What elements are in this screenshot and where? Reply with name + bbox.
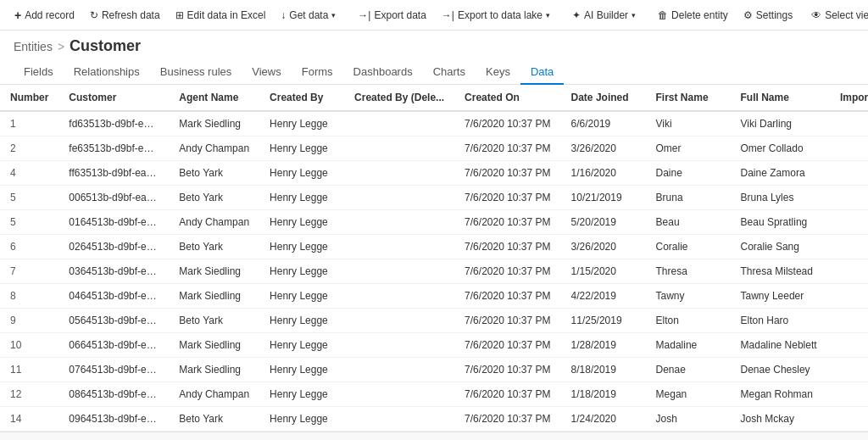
tab-data[interactable]: Data <box>520 60 564 85</box>
table-cell-2: Beto Yark <box>169 235 259 259</box>
table-cell-2: Mark Siedling <box>169 111 259 136</box>
table-row[interactable]: 50164513b-d9bf-ea1...Andy ChampanHenry L… <box>0 210 868 235</box>
table-cell-2: Andy Champan <box>169 136 259 161</box>
select-view-button[interactable]: 👁 Select view ▾ <box>805 7 868 24</box>
col-header-created-by[interactable]: Created By <box>259 85 344 111</box>
table-cell-1: 0564513b-d9bf-ea1... <box>58 309 169 333</box>
settings-button[interactable]: ⚙ Settings <box>737 7 798 24</box>
export-data-label: Export data <box>374 9 426 21</box>
table-cell-3: Henry Legge <box>259 333 344 358</box>
table-cell-4 <box>344 136 454 161</box>
table-cell-4 <box>344 284 454 309</box>
table-cell-1: 0964513b-d9bf-ea1... <box>58 407 169 432</box>
col-header-created-on[interactable]: Created On <box>454 85 560 111</box>
table-cell-6: 1/15/2020 <box>561 259 646 284</box>
chevron-down-icon-2: ▾ <box>546 11 550 19</box>
col-header-agent-name[interactable]: Agent Name <box>169 85 259 111</box>
export-lake-icon: →| <box>442 9 454 21</box>
table-cell-7: Josh <box>646 407 731 432</box>
table-cell-8: Coralie Sang <box>731 235 830 259</box>
table-cell-7: Madaline <box>646 333 731 358</box>
table-cell-1: 0864513b-d9bf-ea1... <box>58 382 169 407</box>
table-cell-6: 1/28/2019 <box>561 333 646 358</box>
table-cell-5: 7/6/2020 10:37 PM <box>454 235 560 259</box>
col-header-date-joined[interactable]: Date Joined <box>561 85 646 111</box>
refresh-data-label: Refresh data <box>102 9 160 21</box>
table-row[interactable]: 100664513b-d9bf-ea1...Mark SiedlingHenry… <box>0 333 868 358</box>
table-cell-2: Mark Siedling <box>169 333 259 358</box>
table-cell-3: Henry Legge <box>259 161 344 186</box>
table-cell-7: Tawny <box>646 284 731 309</box>
data-table-container[interactable]: Number Customer Agent Name Created By Cr… <box>0 85 868 432</box>
table-cell-0: 6 <box>0 235 58 259</box>
breadcrumb-entities[interactable]: Entities <box>14 40 53 53</box>
table-cell-5: 7/6/2020 10:37 PM <box>454 161 560 186</box>
table-cell-0: 5 <box>0 210 58 235</box>
refresh-data-button[interactable]: ↻ Refresh data <box>84 7 166 24</box>
table-cell-5: 7/6/2020 10:37 PM <box>454 111 560 136</box>
table-cell-2: Beto Yark <box>169 407 259 432</box>
table-cell-9 <box>830 358 868 382</box>
eye-icon: 👁 <box>811 9 821 21</box>
delete-entity-button[interactable]: 🗑 Delete entity <box>652 7 734 24</box>
table-cell-0: 10 <box>0 333 58 358</box>
table-row[interactable]: 90564513b-d9bf-ea1...Beto YarkHenry Legg… <box>0 309 868 333</box>
table-row[interactable]: 1fd63513b-d9bf-ea11...Mark SiedlingHenry… <box>0 111 868 136</box>
tab-business-rules[interactable]: Business rules <box>150 60 242 85</box>
col-header-created-by-dele[interactable]: Created By (Dele... <box>344 85 454 111</box>
col-header-full-name[interactable]: Full Name <box>731 85 830 111</box>
tab-forms[interactable]: Forms <box>292 60 343 85</box>
export-data-button[interactable]: →| Export data <box>352 7 432 24</box>
get-data-button[interactable]: ↓ Get data ▾ <box>275 7 342 24</box>
table-row[interactable]: 120864513b-d9bf-ea1...Andy ChampanHenry … <box>0 382 868 407</box>
table-cell-0: 9 <box>0 309 58 333</box>
table-row[interactable]: 4ff63513b-d9bf-ea11-...Beto YarkHenry Le… <box>0 161 868 186</box>
table-cell-9 <box>830 111 868 136</box>
table-cell-8: Viki Darling <box>731 111 830 136</box>
col-header-import-seq[interactable]: Import Sequenc... <box>830 85 868 111</box>
tab-fields[interactable]: Fields <box>14 60 64 85</box>
table-cell-7: Coralie <box>646 235 731 259</box>
table-row[interactable]: 80464513b-d9bf-ea1...Mark SiedlingHenry … <box>0 284 868 309</box>
table-row[interactable]: 5006513b-d9bf-ea1...Beto YarkHenry Legge… <box>0 186 868 210</box>
export-lake-button[interactable]: →| Export to data lake ▾ <box>436 7 556 24</box>
tab-charts[interactable]: Charts <box>423 60 476 85</box>
table-cell-6: 3/26/2020 <box>561 136 646 161</box>
table-cell-4 <box>344 235 454 259</box>
table-row[interactable]: 70364513b-d9bf-ea1...Mark SiedlingHenry … <box>0 259 868 284</box>
table-cell-1: 0464513b-d9bf-ea1... <box>58 284 169 309</box>
add-record-label: Add record <box>25 9 75 21</box>
table-cell-7: Megan <box>646 382 731 407</box>
table-cell-3: Henry Legge <box>259 235 344 259</box>
edit-excel-button[interactable]: ⊞ Edit data in Excel <box>170 7 272 24</box>
table-cell-4 <box>344 161 454 186</box>
table-row[interactable]: 2fe63513b-d9bf-ea11...Andy ChampanHenry … <box>0 136 868 161</box>
nav-tabs: Fields Relationships Business rules View… <box>0 60 868 85</box>
col-header-customer[interactable]: Customer <box>58 85 169 111</box>
tab-relationships[interactable]: Relationships <box>64 60 150 85</box>
table-cell-6: 4/22/2019 <box>561 284 646 309</box>
table-row[interactable]: 140964513b-d9bf-ea1...Beto YarkHenry Leg… <box>0 407 868 432</box>
tab-dashboards[interactable]: Dashboards <box>343 60 423 85</box>
delete-entity-label: Delete entity <box>671 9 728 21</box>
table-cell-4 <box>344 333 454 358</box>
table-cell-1: fd63513b-d9bf-ea11... <box>58 111 169 136</box>
table-cell-0: 5 <box>0 186 58 210</box>
table-cell-8: Josh Mckay <box>731 407 830 432</box>
table-cell-9 <box>830 284 868 309</box>
col-header-first-name[interactable]: First Name <box>646 85 731 111</box>
table-cell-9 <box>830 333 868 358</box>
table-row[interactable]: 110764513b-d9bf-ea1...Mark SiedlingHenry… <box>0 358 868 382</box>
table-cell-3: Henry Legge <box>259 284 344 309</box>
tab-keys[interactable]: Keys <box>476 60 520 85</box>
bottom-scroll-bar[interactable] <box>0 432 868 440</box>
get-data-label: Get data <box>289 9 328 21</box>
ai-builder-button[interactable]: ✦ AI Builder ▾ <box>566 7 642 24</box>
table-row[interactable]: 60264513b-d9bf-ea1...Beto YarkHenry Legg… <box>0 235 868 259</box>
table-cell-3: Henry Legge <box>259 358 344 382</box>
table-cell-0: 12 <box>0 382 58 407</box>
col-header-number[interactable]: Number <box>0 85 58 111</box>
data-table: Number Customer Agent Name Created By Cr… <box>0 85 868 432</box>
add-record-button[interactable]: + Add record <box>8 6 81 25</box>
tab-views[interactable]: Views <box>242 60 291 85</box>
